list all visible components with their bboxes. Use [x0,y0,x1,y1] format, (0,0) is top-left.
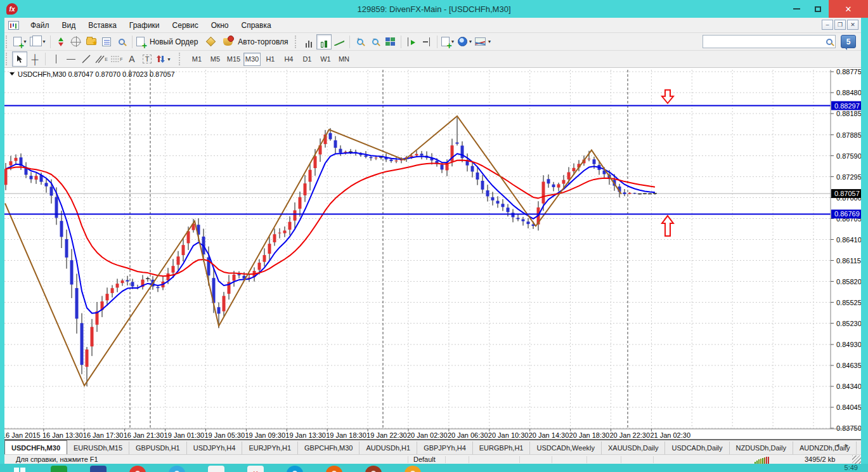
horizontal-line-tool-button[interactable] [63,51,79,67]
minimize-button[interactable] [786,0,806,18]
taskbar-icon-skype-app[interactable] [287,466,303,472]
menu-item-Графики[interactable]: Графики [123,19,166,32]
taskbar-icon-yandex-app[interactable]: ✕ [247,466,264,472]
chart-tab-GBPJPYh,H4[interactable]: GBPJPYh,H4 [417,442,473,454]
tab-scroll-left-icon[interactable]: ◄ [834,442,840,449]
chart-tab-XAUUSDh,Daily[interactable]: XAUUSDh,Daily [602,442,665,454]
toolbar-grip[interactable] [179,53,183,65]
candlestick-chart-button[interactable] [316,34,332,49]
trendline-tool-button[interactable] [79,51,94,67]
y-axis-label: 0.87295 [836,173,861,181]
line-chart-button[interactable] [332,34,347,49]
templates-button[interactable]: ▼ [474,34,493,49]
chart-tab-USDCADh,Weekly[interactable]: USDCADh,Weekly [530,442,602,454]
child-close-button[interactable]: ✕ [847,20,858,30]
resize-grip[interactable] [852,456,861,464]
timeframe-button-M1[interactable]: M1 [188,53,205,66]
taskbar-icon-office-app[interactable] [90,466,107,472]
menu-item-Сервис[interactable]: Сервис [166,19,205,32]
taskbar-icon-windows-logo[interactable] [11,466,28,472]
timeframe-button-M5[interactable]: M5 [207,53,224,66]
close-button[interactable]: ✕ [829,0,868,18]
navigator-button[interactable]: ★ [84,34,99,49]
menu-item-Справка[interactable]: Справка [235,19,278,32]
market-watch-button[interactable] [53,34,68,49]
standard-toolbar: +▼ ▼ ★ +Новый Ордер Авто-торговля + − +▼… [4,33,861,51]
taskbar-icon-amigo-browser[interactable]: a [208,466,224,472]
chart-tab-USDJPYh,H4[interactable]: USDJPYh,H4 [187,442,243,454]
timeframe-button-MN[interactable]: MN [335,53,353,66]
child-restore-button[interactable]: ❐ [834,20,846,30]
cursor-tool-button[interactable] [12,51,27,67]
chart-tab-EURJPYh,H1[interactable]: EURJPYh,H1 [242,442,298,454]
periods-button[interactable]: ▼ [457,34,474,49]
menu-item-Вставка[interactable]: Вставка [82,19,123,32]
indicators-button[interactable]: +▼ [440,34,457,49]
price-chart[interactable]: 0.887750.884800.881850.878850.875900.872… [4,68,861,440]
timeframe-button-D1[interactable]: D1 [299,53,316,66]
toolbar-grip[interactable] [295,36,299,48]
equidistant-channel-tool-button[interactable]: E [94,51,109,67]
new-chart-button[interactable]: +▼ [12,34,29,49]
x-axis-label: 20 Jan 06:30 [448,431,488,439]
community-notifications-button[interactable]: 5 [841,35,856,48]
text-tool-button[interactable]: A [124,51,139,67]
chart-tab-GBPUSDh,H1[interactable]: GBPUSDh,H1 [129,442,187,454]
taskbar-icon-firefox-browser[interactable] [326,466,342,472]
chart-tab-USDCHFh,M30[interactable]: USDCHFh,M30 [4,440,67,454]
chart-tab-GBPCHFh,M30[interactable]: GBPCHFh,M30 [298,442,360,454]
status-template: Default [413,456,436,463]
chart-tab-USDCADh,Daily[interactable]: USDCADh,Daily [665,442,729,454]
menu-item-Вид[interactable]: Вид [56,19,82,32]
crosshair-icon: ┼ [32,54,39,65]
timeframe-button-M15[interactable]: M15 [225,53,242,66]
data-window-button[interactable] [68,34,84,49]
taskbar-icon-app-orange[interactable] [405,466,421,472]
search-input[interactable] [703,35,836,48]
tile-windows-button[interactable] [383,34,398,49]
auto-scroll-button[interactable] [404,34,419,49]
zoom-in-button[interactable]: + [353,34,368,49]
arrows-tool-button[interactable]: ▼ [155,51,172,67]
chart-tab-NZDUSDh,Daily[interactable]: NZDUSDh,Daily [730,442,793,454]
bar-chart-button[interactable] [301,34,316,49]
chart-tab-EURUSDh,M15[interactable]: EURUSDh,M15 [67,442,129,454]
autotrading-button[interactable]: Авто-торговля [222,34,293,49]
timeframe-button-W1[interactable]: W1 [317,53,334,66]
taskbar-icon-messenger-app[interactable] [169,466,185,472]
chart-window-icon[interactable] [8,21,19,30]
taskbar-icon-store[interactable] [51,466,67,472]
zoom-out-button[interactable]: − [368,34,383,49]
timeframe-button-M30[interactable]: M30 [243,53,261,66]
toolbar-grip[interactable] [6,36,10,48]
chart-tab-AUDUSDh,H1[interactable]: AUDUSDh,H1 [360,442,417,454]
menu-item-Окно[interactable]: Окно [205,19,235,32]
taskbar-icon-app-darkred[interactable] [365,466,382,472]
menu-item-Файл[interactable]: Файл [24,19,56,32]
timeframe-button-H4[interactable]: H4 [280,53,297,66]
new-order-button[interactable]: +Новый Ордер [135,34,203,49]
data-window-icon [71,37,81,46]
crosshair-tool-button[interactable]: ┼ [27,51,42,67]
status-traffic: 3495/2 kb [805,456,835,463]
y-axis-label: 0.88775 [836,68,861,75]
profiles-button[interactable]: ▼ [29,34,48,49]
strategy-tester-button[interactable] [114,34,129,49]
maximize-button[interactable] [808,0,828,18]
x-axis-label: 20 Jan 10:30 [488,431,529,439]
terminal-button[interactable] [99,34,114,49]
chart-shift-button[interactable] [419,34,434,49]
timeframe-button-H1[interactable]: H1 [262,53,279,66]
text-label-tool-button[interactable]: T [139,51,155,67]
fibonacci-tool-button[interactable]: F [109,51,124,67]
vertical-line-tool-button[interactable] [48,51,63,67]
chart-tab-EURGBPh,H1[interactable]: EURGBPh,H1 [473,442,531,454]
taskbar-icon-chrome-browser[interactable] [129,466,146,472]
x-axis-label: 19 Jan 09:30 [245,431,285,439]
child-minimize-button[interactable]: – [822,20,833,30]
toolbar-grip[interactable] [6,53,10,65]
tab-scroll-right-icon[interactable]: ► [844,442,850,449]
maximize-icon [815,6,821,12]
taskbar-clock: 5:49 [845,464,858,471]
expert-advisors-button[interactable] [203,34,218,49]
